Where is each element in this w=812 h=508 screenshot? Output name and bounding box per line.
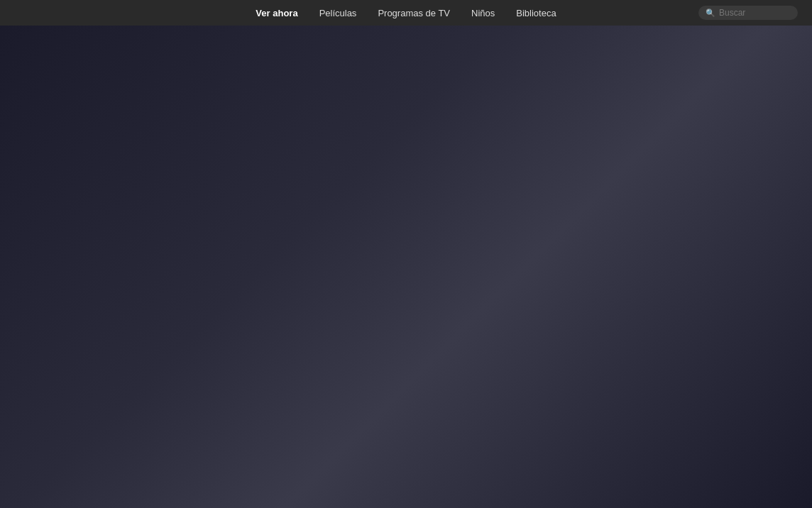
nav-ver-ahora[interactable]: Ver ahora: [256, 8, 297, 18]
search-icon: 🔍: [706, 9, 715, 18]
nav-programas-tv[interactable]: Programas de TV: [378, 8, 450, 18]
search-input[interactable]: [719, 8, 790, 18]
search-bar[interactable]: 🔍: [698, 6, 798, 20]
que-ver-section: Qué ver Ver todo AMAZON ORIGINAL hulu Ra…: [0, 473, 812, 508]
top-navigation: Ver ahora Películas Programas de TV Niño…: [0, 0, 812, 26]
nav-biblioteca[interactable]: Biblioteca: [516, 8, 556, 18]
nav-links: Ver ahora Películas Programas de TV Niño…: [256, 8, 556, 18]
nav-peliculas[interactable]: Películas: [319, 8, 357, 18]
nav-ninos[interactable]: Niños: [471, 8, 495, 18]
